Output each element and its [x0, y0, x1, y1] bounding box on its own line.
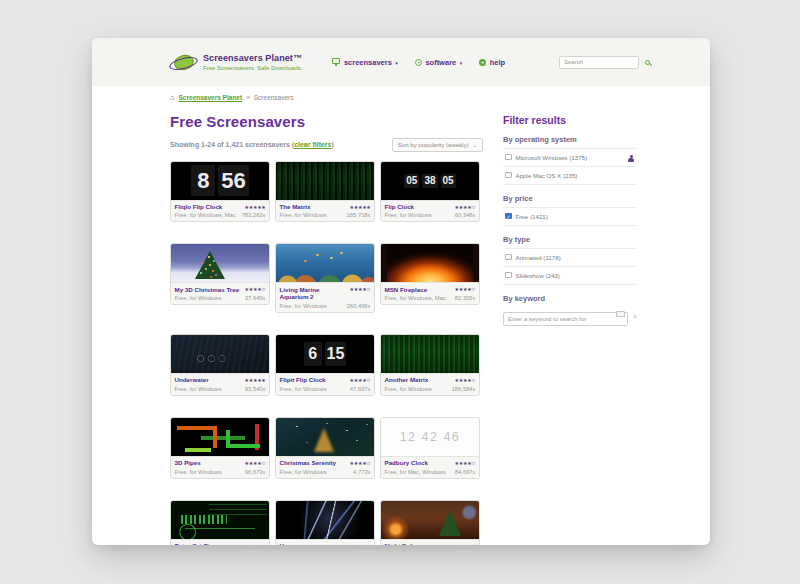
- checkbox-icon[interactable]: [505, 254, 512, 261]
- screensaver-title[interactable]: Flip Clock: [385, 203, 415, 210]
- filter-group: By price ✓ Free (1421): [503, 194, 637, 226]
- card-footer: Another Matrix ★★★★☆ Free, for Windows 1…: [381, 373, 479, 395]
- filter-option[interactable]: Animated (1178): [503, 248, 637, 267]
- screensaver-card[interactable]: Hyperspace ★★★★★ Free, for Windows, Mac …: [275, 500, 375, 545]
- screensaver-card[interactable]: Underwater ★★★★★ Free, for Windows 93,54…: [170, 334, 270, 396]
- screensaver-card[interactable]: Another Matrix ★★★★☆ Free, for Windows 1…: [380, 334, 480, 396]
- thumb-digits: 15: [325, 342, 347, 366]
- screensaver-meta: Free, for Windows: [175, 295, 222, 301]
- screensaver-thumbnail[interactable]: 053805: [381, 162, 479, 200]
- results-summary: Showing 1-24 of 1,421 screensavers (clea…: [170, 141, 334, 148]
- screensaver-card[interactable]: 856 Fliqlo Flip Clock ★★★★★ Free, for Wi…: [170, 161, 270, 223]
- screensaver-card[interactable]: Christmas Serenity ★★★★☆ Free, for Windo…: [275, 417, 375, 479]
- search-icon[interactable]: [645, 60, 650, 65]
- clear-filters-link[interactable]: clear filters: [294, 141, 331, 148]
- screensaver-title[interactable]: Flipit Flip Clock: [280, 376, 326, 383]
- checkbox-icon[interactable]: [505, 172, 512, 179]
- filter-option[interactable]: Microsoft Windows (1375): [503, 148, 637, 167]
- nav-item-help[interactable]: + help: [479, 58, 505, 67]
- screensaver-thumbnail[interactable]: 856: [171, 162, 269, 200]
- screensaver-card[interactable]: Night Before Christmas 3D ★★★★☆ Free, fo…: [380, 500, 480, 545]
- card-title-row: Christmas Serenity ★★★★☆: [280, 459, 371, 466]
- card-meta-row: Free, for Windows, Mac 783,263x: [175, 212, 266, 218]
- screensaver-title[interactable]: Retro Sci-Fi: [175, 542, 210, 545]
- screensaver-thumbnail[interactable]: [381, 335, 479, 373]
- download-count: 96,673x: [245, 469, 266, 475]
- screensaver-card[interactable]: Living Marine Aquarium 2 ★★★★☆ Free, for…: [275, 243, 375, 312]
- screensaver-card[interactable]: The Matrix ★★★★★ Free, for Windows 185,7…: [275, 161, 375, 223]
- filter-option[interactable]: Apple Mac OS X (235): [503, 167, 637, 185]
- nav-item-software[interactable]: software ▾: [415, 58, 462, 67]
- screensaver-thumbnail[interactable]: [276, 418, 374, 456]
- screensaver-card[interactable]: 12 42 46 Padbury Clock ★★★★☆ Free, for M…: [380, 417, 480, 479]
- thumb-digits: 05: [404, 174, 419, 188]
- screensaver-title[interactable]: Living Marine Aquarium 2: [280, 286, 348, 301]
- star-rating: ★★★★☆: [455, 543, 476, 545]
- filter-option-label: Animated (1178): [516, 254, 561, 261]
- screensaver-title[interactable]: Padbury Clock: [385, 459, 428, 466]
- breadcrumb-link[interactable]: Screensavers Planet: [179, 94, 243, 101]
- screensaver-title[interactable]: Fliqlo Flip Clock: [175, 203, 223, 210]
- star-rating: ★★★★☆: [245, 286, 266, 292]
- screensaver-meta: Free, for Windows: [385, 386, 432, 392]
- screensaver-card[interactable]: MSN Fireplace ★★★★☆ Free, for Windows, M…: [380, 243, 480, 305]
- screensaver-thumbnail[interactable]: [381, 244, 479, 282]
- card-meta-row: Free, for Windows 186,584x: [385, 386, 476, 392]
- screensaver-meta: Free, for Windows, Mac: [385, 295, 446, 301]
- thumb-digits: 6: [304, 342, 322, 366]
- screensaver-title[interactable]: My 3D Christmas Tree: [175, 286, 240, 293]
- screensaver-thumbnail[interactable]: [276, 162, 374, 200]
- breadcrumb-current: Screensavers: [254, 94, 294, 101]
- screensaver-title[interactable]: Hyperspace: [280, 542, 315, 545]
- sort-dropdown[interactable]: Sort by popularity (weekly) ⌄: [392, 138, 483, 152]
- card-footer: Night Before Christmas 3D ★★★★☆ Free, fo…: [381, 539, 479, 545]
- filter-option[interactable]: Slideshow (243): [503, 267, 637, 285]
- download-count: 84,697x: [455, 469, 476, 475]
- screensaver-thumbnail[interactable]: [171, 244, 269, 282]
- screensaver-grid: 856 Fliqlo Flip Clock ★★★★★ Free, for Wi…: [170, 161, 483, 546]
- home-icon[interactable]: ⌂: [170, 94, 175, 102]
- download-count: 260,406x: [347, 303, 371, 309]
- screensaver-card[interactable]: My 3D Christmas Tree ★★★★☆ Free, for Win…: [170, 243, 270, 305]
- screensaver-title[interactable]: 3D Pipes: [175, 459, 201, 466]
- user-icon: [627, 155, 635, 163]
- screensaver-meta: Free, for Mac, Windows: [385, 469, 446, 475]
- chevron-down-icon: ⌄: [472, 142, 477, 148]
- checkbox-icon[interactable]: ✓: [505, 213, 512, 220]
- screensaver-title[interactable]: Night Before Christmas 3D: [385, 542, 453, 545]
- screensaver-title[interactable]: Another Matrix: [385, 376, 429, 383]
- card-title-row: Retro Sci-Fi ★★★★☆: [175, 542, 266, 545]
- screensaver-thumbnail[interactable]: [381, 501, 479, 539]
- main-nav: screensavers ▾ software ▾ + help: [332, 58, 505, 67]
- browser-page: Screensavers Planet™ Free Screensavers. …: [92, 38, 710, 545]
- nav-item-screensavers[interactable]: screensavers ▾: [332, 58, 397, 67]
- screensaver-title[interactable]: Christmas Serenity: [280, 459, 336, 466]
- screensaver-title[interactable]: Underwater: [175, 376, 209, 383]
- card-title-row: 3D Pipes ★★★★☆: [175, 459, 266, 466]
- brand-home-link[interactable]: Screensavers Planet™ Free Screensavers. …: [170, 53, 302, 72]
- screensaver-card[interactable]: 053805 Flip Clock ★★★★☆ Free, for Window…: [380, 161, 480, 223]
- screensaver-card[interactable]: Retro Sci-Fi ★★★★☆ Free, for Windows 93,…: [170, 500, 270, 545]
- screensaver-thumbnail[interactable]: 12 42 46: [381, 418, 479, 456]
- search-input[interactable]: [559, 56, 639, 69]
- card-footer: 3D Pipes ★★★★☆ Free, for Windows 96,673x: [171, 456, 269, 478]
- screensaver-thumbnail[interactable]: [171, 501, 269, 539]
- header-search: [559, 56, 650, 69]
- filter-option[interactable]: ✓ Free (1421): [503, 207, 637, 226]
- clear-keyword-icon[interactable]: ×: [633, 313, 637, 320]
- keyword-input[interactable]: [503, 312, 628, 326]
- checkbox-icon[interactable]: [505, 272, 512, 279]
- checkbox-icon[interactable]: [505, 154, 512, 161]
- filter-option-label: Apple Mac OS X (235): [516, 172, 578, 179]
- screensaver-thumbnail[interactable]: [171, 418, 269, 456]
- screensaver-thumbnail[interactable]: [276, 501, 374, 539]
- screensaver-title[interactable]: The Matrix: [280, 203, 311, 210]
- nav-label: screensavers: [344, 58, 392, 67]
- screensaver-card[interactable]: 3D Pipes ★★★★☆ Free, for Windows 96,673x: [170, 417, 270, 479]
- screensaver-thumbnail[interactable]: 615: [276, 335, 374, 373]
- screensaver-thumbnail[interactable]: [276, 244, 374, 282]
- screensaver-title[interactable]: MSN Fireplace: [385, 286, 428, 293]
- screensaver-thumbnail[interactable]: [171, 335, 269, 373]
- screensaver-meta: Free, for Windows: [385, 212, 432, 218]
- screensaver-card[interactable]: 615 Flipit Flip Clock ★★★★☆ Free, for Wi…: [275, 334, 375, 396]
